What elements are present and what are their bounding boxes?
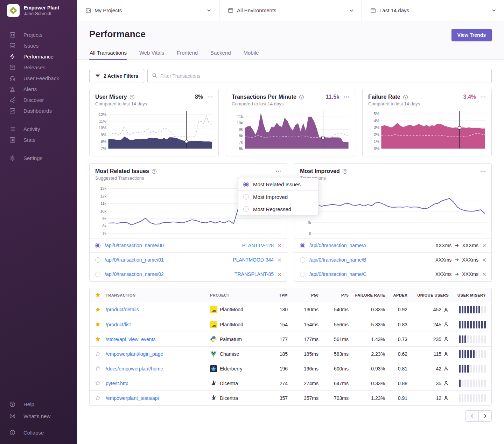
column-header-p50[interactable]: P50 xyxy=(288,293,318,297)
metric-cards: User Misery8%Compared to last 14 days7%8… xyxy=(89,89,492,156)
sidebar-item-projects[interactable]: Projects xyxy=(0,29,77,40)
metric-menu-button[interactable] xyxy=(344,94,349,100)
transaction-link[interactable]: /api/0/transaction_name/B xyxy=(309,257,366,263)
transaction-link[interactable]: /product/details xyxy=(106,307,139,312)
column-header-project[interactable]: PROJECT xyxy=(210,293,266,297)
sidebar-item-performance[interactable]: Performance xyxy=(0,51,77,62)
tab-backend[interactable]: Backend xyxy=(210,48,231,60)
sidebar-item-discover[interactable]: Discover xyxy=(0,95,77,105)
transaction-radio[interactable] xyxy=(95,272,100,277)
help-icon[interactable] xyxy=(299,95,304,100)
failure-rate-svg: 0%1%2%3%4%5% xyxy=(368,110,486,151)
menu-radio[interactable] xyxy=(243,206,249,212)
table-row: /store/api_view_eventsPalmatum177177ms56… xyxy=(90,332,491,346)
sidebar-item-issues[interactable]: Issues xyxy=(0,40,77,51)
transaction-radio[interactable] xyxy=(95,257,100,263)
global-filter-last-14-days[interactable]: Last 14 days xyxy=(362,0,504,21)
platform-javascript-icon: JS xyxy=(210,321,217,328)
next-page-button[interactable] xyxy=(478,411,491,421)
column-header-p75[interactable]: P75 xyxy=(318,293,349,297)
global-filter-my-projects[interactable]: My Projects xyxy=(77,0,219,21)
menu-item-most-related-issues[interactable]: Most Related Issues xyxy=(238,178,318,190)
active-filters-button[interactable]: 2 Active Filters xyxy=(89,69,144,83)
org-switcher[interactable]: Empower Plant Jane Schmidt xyxy=(0,0,77,20)
issue-link[interactable]: TRANSPLANT-85 xyxy=(234,271,274,277)
transaction-link[interactable]: /docs/empowerplant/home xyxy=(106,366,163,372)
close-icon[interactable] xyxy=(482,243,486,248)
svg-text:9k: 9k xyxy=(102,216,106,221)
metric-title: Failure Rate xyxy=(368,94,400,100)
column-header-user-misery[interactable]: USER MISERY xyxy=(449,293,486,297)
menu-item-most-regressed[interactable]: Most Regressed xyxy=(238,203,318,215)
star-outline-icon[interactable] xyxy=(90,351,106,357)
star-icon[interactable] xyxy=(90,292,106,298)
help-icon[interactable] xyxy=(342,169,348,174)
sidebar-item-dashboards[interactable]: Dashboards xyxy=(0,105,77,116)
previous-page-button[interactable] xyxy=(465,411,478,421)
menu-radio[interactable] xyxy=(243,194,249,200)
star-outline-icon[interactable] xyxy=(90,366,106,372)
transaction-radio[interactable] xyxy=(300,272,305,277)
tab-web-vitals[interactable]: Web Vitals xyxy=(139,48,164,60)
global-filter-all-environments[interactable]: All Environments xyxy=(219,0,362,21)
panel-menu-button[interactable] xyxy=(480,168,486,174)
sidebar-item-help[interactable]: Help xyxy=(0,398,77,410)
star-filled-icon[interactable] xyxy=(90,321,106,327)
column-header-apdex[interactable]: APDEX xyxy=(385,293,407,297)
issue-link[interactable]: PLANTMOOD-344 xyxy=(233,257,274,263)
tab-all-transactions[interactable]: All Transactions xyxy=(89,48,127,60)
transaction-link[interactable]: /empowerplant_tests/api xyxy=(106,395,159,401)
user-icon xyxy=(443,395,449,401)
close-icon[interactable] xyxy=(482,272,486,277)
transaction-link[interactable]: /api/0/transaction_name/02 xyxy=(105,271,164,277)
close-icon[interactable] xyxy=(277,272,282,277)
star-outline-icon[interactable] xyxy=(90,395,106,401)
star-filled-icon[interactable] xyxy=(90,307,106,313)
transaction-link[interactable]: /api/0/transaction_name/00 xyxy=(105,243,164,248)
close-icon[interactable] xyxy=(482,258,486,262)
transaction-link[interactable]: /api/0/transaction_name/C xyxy=(309,271,366,277)
transaction-radio[interactable] xyxy=(300,243,305,248)
view-trends-button[interactable]: View Trends xyxy=(451,29,492,41)
search-input[interactable] xyxy=(160,73,487,79)
sidebar-item-what-s-new[interactable]: What’s new xyxy=(0,410,77,422)
transaction-radio[interactable] xyxy=(300,257,305,263)
close-icon[interactable] xyxy=(277,243,282,248)
sidebar-item-releases[interactable]: Releases xyxy=(0,62,77,73)
star-outline-icon[interactable] xyxy=(90,380,106,386)
org-logo-icon xyxy=(7,4,20,17)
tab-frontend[interactable]: Frontend xyxy=(176,48,198,60)
sidebar-item-stats[interactable]: Stats xyxy=(0,134,77,145)
column-header-tpm[interactable]: TPM xyxy=(266,293,288,297)
close-icon[interactable] xyxy=(277,258,282,262)
transaction-link[interactable]: /api/0/transaction_name/01 xyxy=(105,257,164,263)
metric-menu-button[interactable] xyxy=(480,94,486,100)
metric-menu-button[interactable] xyxy=(207,94,213,100)
p50-value: 357ms xyxy=(288,395,318,401)
column-header-failure-rate[interactable]: FAILURE RATE xyxy=(349,293,385,297)
table-row: pytest.httpDicentra274274ms647ms0.33%0.8… xyxy=(90,376,491,390)
transaction-link[interactable]: /empowerplant/login_page xyxy=(106,351,163,357)
sidebar-item-user-feedback[interactable]: User Feedback xyxy=(0,73,77,84)
transaction-radio[interactable] xyxy=(95,243,100,248)
transaction-link[interactable]: /api/0/transaction_name/A xyxy=(309,243,366,248)
star-filled-icon[interactable] xyxy=(90,336,106,342)
transaction-link[interactable]: /product/list xyxy=(106,322,131,327)
help-icon[interactable] xyxy=(152,169,157,174)
sidebar-item-collapse[interactable]: Collapse xyxy=(0,426,77,438)
transaction-link[interactable]: pytest.http xyxy=(106,381,128,386)
transaction-link[interactable]: /store/api_view_events xyxy=(106,337,155,342)
user-icon xyxy=(443,351,449,356)
tab-mobile[interactable]: Mobile xyxy=(243,48,259,60)
panel-menu-button[interactable] xyxy=(275,168,281,174)
menu-radio[interactable] xyxy=(243,182,249,187)
sidebar-item-settings[interactable]: Settings xyxy=(0,153,77,164)
column-header-transaction[interactable]: TRANSACTION xyxy=(106,293,210,297)
column-header-unique-users[interactable]: UNIQUE USERS xyxy=(407,293,449,297)
sidebar-item-alerts[interactable]: Alerts xyxy=(0,84,77,95)
issue-link[interactable]: PLANTTV-128 xyxy=(242,243,274,248)
menu-item-most-improved[interactable]: Most Improved xyxy=(238,190,318,203)
help-icon[interactable] xyxy=(130,95,135,100)
help-icon[interactable] xyxy=(403,95,408,100)
sidebar-item-activity[interactable]: Activity xyxy=(0,124,77,134)
